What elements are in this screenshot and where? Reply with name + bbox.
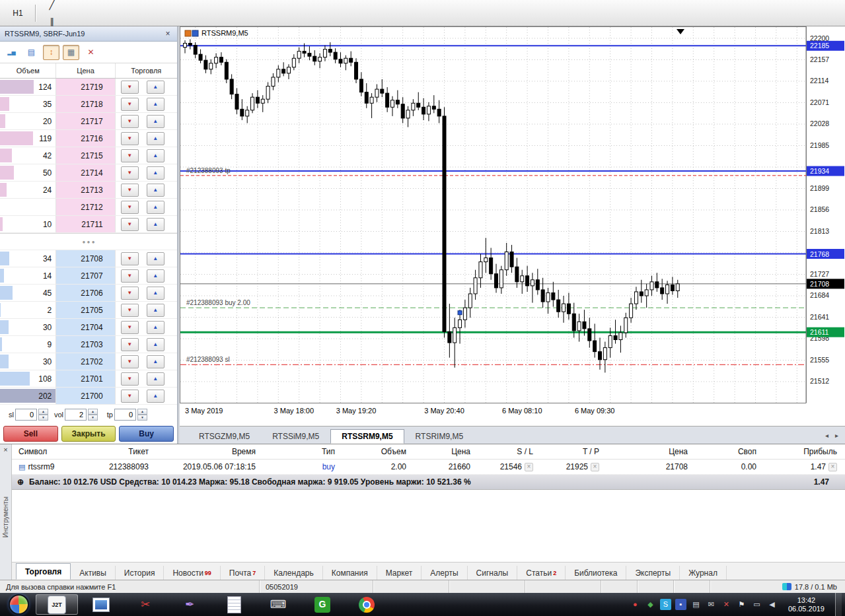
- buy-limit-button[interactable]: ▲: [147, 98, 165, 111]
- buy-row[interactable]: 1421707▼▲: [0, 267, 177, 285]
- dom-quick-trade-icon[interactable]: ↕: [43, 45, 59, 60]
- buy-limit-button[interactable]: ▲: [147, 390, 165, 403]
- column-header-4[interactable]: Объем: [342, 447, 413, 456]
- buy-limit-button[interactable]: ▲: [147, 184, 165, 197]
- sell-limit-button[interactable]: ▼: [121, 321, 139, 334]
- buy-limit-button[interactable]: ▲: [147, 201, 165, 214]
- column-header-9[interactable]: Своп: [694, 447, 763, 456]
- close-icon[interactable]: ×: [3, 445, 7, 454]
- column-header-8[interactable]: Цена: [606, 447, 694, 456]
- close-position-button[interactable]: Закрыть: [61, 426, 116, 442]
- sell-row[interactable]: 4221715▼▲: [0, 147, 177, 164]
- spin-up-icon[interactable]: ▲: [88, 409, 98, 415]
- buy-row[interactable]: 3021704▼▲: [0, 319, 177, 336]
- chart-tab-rtsgzm9-m5[interactable]: RTSGZM9,M5: [188, 429, 261, 444]
- sell-row[interactable]: 2021717▼▲: [0, 113, 177, 130]
- sell-limit-button[interactable]: ▼: [121, 166, 139, 180]
- vol-value-field[interactable]: 2: [65, 409, 87, 421]
- spin-down-icon[interactable]: ▼: [137, 415, 147, 421]
- toolbox-tab-articles[interactable]: Статьи2: [517, 566, 566, 580]
- column-header-7[interactable]: T / P: [540, 447, 606, 456]
- toolbox-tab-journal[interactable]: Журнал: [680, 566, 727, 580]
- sell-limit-button[interactable]: ▼: [121, 372, 139, 386]
- tray-printer-icon[interactable]: ▤: [690, 599, 702, 610]
- tray-vpn-icon[interactable]: ◆: [645, 599, 656, 610]
- toolbox-tab-mailbox[interactable]: Почта7: [221, 566, 265, 580]
- sl-spinner[interactable]: sl0▲▼: [3, 409, 48, 421]
- sell-limit-button[interactable]: ▼: [121, 252, 139, 265]
- sell-limit-button[interactable]: ▼: [121, 149, 139, 162]
- show-desktop-button[interactable]: [835, 593, 842, 616]
- buy-limit-button[interactable]: ▲: [147, 287, 165, 300]
- tray-mail-icon[interactable]: ✉: [706, 599, 717, 610]
- toolbox-tab-experts[interactable]: Эксперты: [626, 566, 680, 580]
- tray-app-icon[interactable]: ▪: [675, 599, 686, 610]
- tab-scroll-left-icon[interactable]: ◂: [825, 432, 828, 439]
- sell-limit-button[interactable]: ▼: [121, 269, 139, 283]
- sell-row[interactable]: 11921716▼▲: [0, 130, 177, 147]
- column-header-6[interactable]: S / L: [477, 447, 540, 456]
- dom-orders-icon[interactable]: ✕: [83, 45, 99, 60]
- toolbox-tab-trade[interactable]: Торговля: [16, 563, 71, 580]
- sell-limit-button[interactable]: ▼: [121, 184, 139, 197]
- position-row[interactable]: ▤rtssrm92123880932019.05.06 07:18:15buy2…: [12, 460, 845, 475]
- buy-row[interactable]: 20221700▼▲: [0, 388, 177, 405]
- buy-limit-button[interactable]: ▲: [147, 115, 165, 128]
- chart-tab-rtsrim9-m5[interactable]: RTSRIM9,M5: [404, 429, 474, 444]
- sell-limit-button[interactable]: ▼: [121, 218, 139, 231]
- column-header-1[interactable]: Тикет: [86, 447, 155, 456]
- sell-row[interactable]: 3521718▼▲: [0, 96, 177, 113]
- sell-limit-button[interactable]: ▼: [121, 355, 139, 368]
- chart-tab-rtssim9-m5[interactable]: RTSSiM9,M5: [261, 429, 330, 444]
- tp-spinner[interactable]: tp0▲▼: [102, 409, 147, 421]
- timeframe-button-h1[interactable]: H1: [8, 5, 28, 21]
- toolbox-tab-company[interactable]: Компания: [323, 566, 377, 580]
- buy-limit-button[interactable]: ▲: [147, 252, 165, 265]
- sell-button[interactable]: Sell: [3, 426, 58, 442]
- tray-skype-icon[interactable]: S: [660, 599, 671, 610]
- sl-value-field[interactable]: 0: [15, 409, 37, 421]
- remove-icon[interactable]: ×: [828, 463, 837, 471]
- notepad-taskbar-button[interactable]: [213, 594, 255, 615]
- buy-limit-button[interactable]: ▲: [147, 304, 165, 317]
- buy-row[interactable]: 921703▼▲: [0, 336, 177, 353]
- start-button[interactable]: [3, 594, 34, 615]
- toolbox-tab-calendar[interactable]: Календарь: [265, 566, 323, 580]
- dom-tick-chart-icon[interactable]: ▂▅: [3, 45, 20, 60]
- spin-down-icon[interactable]: ▼: [88, 415, 98, 421]
- sell-limit-button[interactable]: ▼: [121, 132, 139, 145]
- sell-limit-button[interactable]: ▼: [121, 338, 139, 351]
- dom-columns-icon[interactable]: ▦: [63, 45, 79, 60]
- sell-limit-button[interactable]: ▼: [121, 81, 139, 94]
- column-header-0[interactable]: Символ: [12, 447, 86, 456]
- sell-limit-button[interactable]: ▼: [121, 98, 139, 111]
- buy-limit-button[interactable]: ▲: [147, 372, 165, 386]
- toolbox-tab-library[interactable]: Библиотека: [566, 566, 626, 580]
- sell-limit-button[interactable]: ▼: [121, 115, 139, 128]
- spin-down-icon[interactable]: ▼: [38, 415, 48, 421]
- buy-limit-button[interactable]: ▲: [147, 321, 165, 334]
- tray-flag-icon[interactable]: ⚑: [736, 599, 747, 610]
- remove-icon[interactable]: ×: [591, 463, 599, 471]
- buy-limit-button[interactable]: ▲: [147, 269, 165, 283]
- column-header-5[interactable]: Цена: [413, 447, 477, 456]
- taskbar-clock[interactable]: 13:4206.05.2019: [782, 596, 831, 613]
- price-chart[interactable]: #212388093 tp#212388093 buy 2.00#2123880…: [180, 26, 845, 426]
- toolbox-tab-market[interactable]: Маркет: [377, 566, 422, 580]
- chart-tab-rtssrm9-m5[interactable]: RTSSRM9,M5: [330, 429, 404, 444]
- column-header-10[interactable]: Прибыль: [763, 447, 844, 456]
- tp-value-field[interactable]: 0: [114, 409, 136, 421]
- buy-button[interactable]: Buy: [119, 426, 174, 442]
- tray-antivirus-icon[interactable]: ✕: [721, 599, 732, 610]
- vol-spinner[interactable]: vol2▲▼: [53, 409, 98, 421]
- spin-up-icon[interactable]: ▲: [38, 409, 48, 415]
- tray-recorder-icon[interactable]: ●: [630, 599, 641, 610]
- sell-row[interactable]: 5021714▼▲: [0, 164, 177, 182]
- toolbox-tab-news[interactable]: Новости99: [164, 566, 220, 580]
- sell-limit-button[interactable]: ▼: [121, 390, 139, 403]
- buy-limit-button[interactable]: ▲: [147, 218, 165, 231]
- buy-limit-button[interactable]: ▲: [147, 132, 165, 145]
- column-header-3[interactable]: Тип: [262, 447, 342, 456]
- buy-row[interactable]: 3021702▼▲: [0, 353, 177, 370]
- image-viewer-taskbar-button[interactable]: [80, 594, 122, 615]
